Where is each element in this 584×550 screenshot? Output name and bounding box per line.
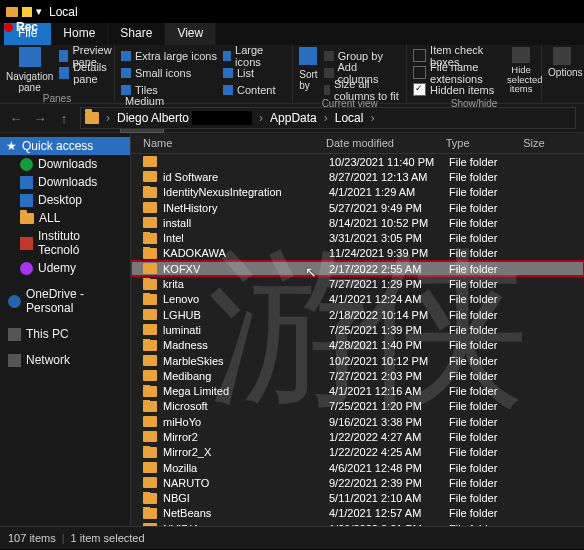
table-row[interactable]: Mega Limited4/1/2021 12:16 AMFile folder xyxy=(131,383,584,398)
table-row[interactable]: krita7/27/2021 1:29 PMFile folder xyxy=(131,276,584,291)
quick-access[interactable]: ★Quick access xyxy=(0,137,130,155)
star-icon: ★ xyxy=(6,139,17,153)
folder-icon xyxy=(143,462,157,473)
folder-icon xyxy=(85,112,99,124)
layout-content[interactable]: Content xyxy=(223,81,281,98)
sidebar-item-downloads2[interactable]: Downloads xyxy=(0,173,130,191)
qat-dropdown-icon[interactable]: ▾ xyxy=(36,5,42,18)
folder-icon xyxy=(143,386,157,397)
status-selection: 1 item selected xyxy=(71,532,145,544)
folder-icon xyxy=(143,477,157,488)
folder-icon xyxy=(143,217,157,228)
tab-home[interactable]: Home xyxy=(51,23,108,45)
window-title: Local xyxy=(49,5,78,19)
folder-icon xyxy=(143,447,157,458)
folder-icon xyxy=(143,401,157,412)
layout-sm-icons[interactable]: Small icons xyxy=(121,64,217,81)
folder-icon xyxy=(143,493,157,504)
hide-selected-items[interactable]: Hide selected items xyxy=(507,47,535,94)
sidebar-this-pc[interactable]: This PC xyxy=(0,325,130,343)
folder-icon xyxy=(143,294,157,305)
recording-badge: Rec xyxy=(4,20,38,34)
sidebar-item-desktop[interactable]: Desktop xyxy=(0,191,130,209)
folder-icon xyxy=(143,171,157,182)
table-row[interactable]: IdentityNexusIntegration4/1/2021 1:29 AM… xyxy=(131,185,584,200)
folder-icon xyxy=(143,187,157,198)
layout-list[interactable]: List xyxy=(223,64,281,81)
hidden-items[interactable]: Hidden items xyxy=(413,81,501,98)
table-row[interactable]: Intel3/31/2021 3:05 PMFile folder xyxy=(131,230,584,245)
up-button[interactable]: ↑ xyxy=(56,111,72,126)
folder-icon xyxy=(143,263,157,274)
tab-view[interactable]: View xyxy=(165,23,216,45)
navigation-pane-button[interactable]: Navigation pane xyxy=(6,47,53,93)
sidebar-item-udemy[interactable]: Udemy xyxy=(0,259,130,277)
folder-icon xyxy=(143,523,157,526)
folder-icon xyxy=(143,202,157,213)
table-row[interactable]: luminati7/25/2021 1:39 PMFile folder xyxy=(131,322,584,337)
table-row[interactable]: Mirror2_X1/22/2022 4:25 AMFile folder xyxy=(131,445,584,460)
table-row[interactable]: id Software8/27/2021 12:13 AMFile folder xyxy=(131,169,584,184)
file-name-extensions[interactable]: File name extensions xyxy=(413,64,501,81)
status-item-count: 107 items xyxy=(8,532,56,544)
col-size[interactable]: Size xyxy=(515,133,584,153)
address-bar[interactable]: › Diego Alberto ▮▮▮▮ › AppData › Local › xyxy=(80,107,576,129)
table-row[interactable]: INetHistory5/27/2021 9:49 PMFile folder xyxy=(131,200,584,215)
table-row[interactable]: NARUTO9/22/2021 2:39 PMFile folder xyxy=(131,475,584,490)
options-button[interactable]: Options xyxy=(548,47,576,78)
table-row[interactable]: Madness4/28/2021 1:40 PMFile folder xyxy=(131,338,584,353)
breadcrumb[interactable]: Diego Alberto xyxy=(117,111,189,125)
sidebar-network[interactable]: Network xyxy=(0,351,130,369)
col-date[interactable]: Date modified xyxy=(318,133,438,153)
sidebar-item-all[interactable]: ALL xyxy=(0,209,130,227)
ribbon-group-panes: Panes xyxy=(6,93,108,106)
table-row[interactable]: miHoYo9/16/2021 3:38 PMFile folder xyxy=(131,414,584,429)
table-row[interactable]: Microsoft7/25/2021 1:20 PMFile folder xyxy=(131,399,584,414)
breadcrumb[interactable]: AppData xyxy=(270,111,317,125)
table-row[interactable]: LGHUB2/18/2022 10:14 PMFile folder xyxy=(131,307,584,322)
sidebar-onedrive[interactable]: OneDrive - Personal xyxy=(0,285,130,317)
folder-icon xyxy=(143,508,157,519)
chevron-right-icon: › xyxy=(106,111,110,125)
table-row[interactable]: Medibang7/27/2021 2:03 PMFile folder xyxy=(131,368,584,383)
table-row[interactable]: NVIDIA1/29/2022 2:21 PMFile folder xyxy=(131,521,584,526)
table-row[interactable]: KOFXV2/17/2022 2:55 AMFile folder xyxy=(131,261,584,276)
table-row[interactable]: 10/23/2021 11:40 PMFile folder xyxy=(131,154,584,169)
breadcrumb[interactable]: Local xyxy=(335,111,364,125)
forward-button[interactable]: → xyxy=(32,111,48,126)
folder-icon xyxy=(143,416,157,427)
folder-icon xyxy=(143,248,157,259)
folder-icon xyxy=(143,233,157,244)
layout-lg-icons[interactable]: Large icons xyxy=(223,47,281,64)
folder-icon xyxy=(143,340,157,351)
table-row[interactable]: KADOKAWA11/24/2021 9:39 PMFile folder xyxy=(131,246,584,261)
table-row[interactable]: MarbleSkies10/2/2021 10:12 PMFile folder xyxy=(131,353,584,368)
folder-icon xyxy=(143,431,157,442)
table-row[interactable]: NBGI5/11/2021 2:10 AMFile folder xyxy=(131,491,584,506)
redacted-segment: ▮▮▮▮ xyxy=(192,111,252,125)
tab-share[interactable]: Share xyxy=(108,23,165,45)
col-name[interactable]: Name xyxy=(131,133,318,153)
sidebar-item-downloads[interactable]: Downloads xyxy=(0,155,130,173)
folder-icon xyxy=(6,7,18,17)
table-row[interactable]: Mozilla4/6/2021 12:48 PMFile folder xyxy=(131,460,584,475)
navigation-sidebar: ★Quick access Downloads Downloads Deskto… xyxy=(0,133,131,526)
table-row[interactable]: NetBeans4/1/2021 12:57 AMFile folder xyxy=(131,506,584,521)
sort-by-button[interactable]: Sort by xyxy=(299,47,317,91)
size-columns-fit-button[interactable]: Size all columns to fit xyxy=(324,81,400,98)
col-type[interactable]: Type xyxy=(438,133,516,153)
details-pane-button[interactable]: Details pane xyxy=(59,64,116,81)
folder-icon xyxy=(143,324,157,335)
folder-icon xyxy=(143,279,157,290)
qat-icon xyxy=(22,7,32,17)
folder-icon xyxy=(143,370,157,381)
table-row[interactable]: install8/14/2021 10:52 PMFile folder xyxy=(131,215,584,230)
table-row[interactable]: Mirror21/22/2022 4:27 AMFile folder xyxy=(131,429,584,444)
folder-icon xyxy=(143,355,157,366)
folder-icon xyxy=(143,156,157,167)
back-button[interactable]: ← xyxy=(8,111,24,126)
sidebar-item-instituto[interactable]: Instituto Tecnoló xyxy=(0,227,130,259)
folder-icon xyxy=(143,309,157,320)
layout-xl-icons[interactable]: Extra large icons xyxy=(121,47,217,64)
table-row[interactable]: Lenovo4/1/2021 12:24 AMFile folder xyxy=(131,292,584,307)
